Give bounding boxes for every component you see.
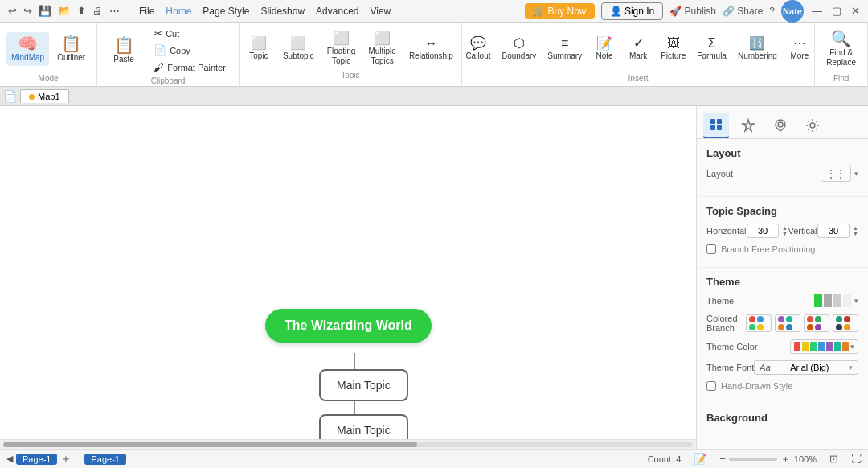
- sub-topic-1[interactable]: Main Topic: [319, 369, 408, 401]
- background-title: Background: [706, 412, 858, 424]
- redo-btn[interactable]: ↪: [22, 3, 34, 18]
- menu-view[interactable]: View: [365, 4, 395, 18]
- colored-branch-opt-3[interactable]: [804, 314, 829, 332]
- cdot: [844, 316, 850, 322]
- sign-in-button[interactable]: 👤 Sign In: [601, 2, 664, 20]
- menu-advanced[interactable]: Advanced: [311, 4, 363, 18]
- page-left-btn[interactable]: ◀: [6, 454, 13, 464]
- undo-btn[interactable]: ↩: [6, 3, 18, 18]
- format-painter-btn[interactable]: 🖌 Format Painter: [150, 60, 229, 75]
- colored-dots-4: [836, 316, 855, 330]
- fullscreen-btn[interactable]: ⛶: [851, 453, 862, 465]
- find-replace-btn[interactable]: 🔍 Find & Replace: [821, 27, 861, 71]
- theme-font-selector[interactable]: Aa Arial (Big) ▾: [754, 360, 858, 375]
- paste-btn[interactable]: 📋 Paste: [104, 34, 144, 68]
- subtopic-btn[interactable]: ⬜ Subtopic: [278, 29, 319, 69]
- scrollbar-thumb[interactable]: [3, 442, 417, 447]
- print-btn[interactable]: 🖨: [91, 3, 104, 18]
- open-btn[interactable]: 📂: [56, 3, 72, 18]
- window-close[interactable]: ✕: [850, 3, 862, 18]
- find-group-label: Find: [833, 72, 849, 83]
- vertical-input[interactable]: [817, 224, 850, 238]
- callout-btn[interactable]: 💬 Callout: [461, 34, 495, 64]
- boundary-btn[interactable]: ⬡ Boundary: [497, 34, 542, 64]
- cut-icon: ✂: [154, 27, 162, 39]
- topic-btn[interactable]: ⬜ Topic: [243, 29, 275, 69]
- avatar[interactable]: Nate: [781, 0, 804, 23]
- fit-page-btn[interactable]: ⊡: [829, 453, 838, 465]
- cdot: [786, 316, 792, 322]
- panel-tab-magic[interactable]: [735, 113, 761, 138]
- window-minimize[interactable]: —: [810, 3, 824, 18]
- theme-color-selector[interactable]: ▾: [790, 339, 858, 354]
- spell-check-icon[interactable]: 📝: [694, 453, 706, 465]
- page-icon: 📄: [3, 90, 17, 103]
- theme-dropdown-arrow[interactable]: ▾: [854, 297, 858, 305]
- horizontal-input[interactable]: [747, 224, 779, 238]
- panel-tab-location[interactable]: [768, 113, 793, 138]
- more-btn[interactable]: ⋯: [108, 3, 121, 18]
- outliner-btn[interactable]: 📋 Outliner: [52, 32, 90, 66]
- horizontal-spinner[interactable]: ▲▼: [782, 225, 788, 236]
- panel-tab-layout[interactable]: [703, 113, 729, 138]
- scrollbar-track[interactable]: [3, 442, 693, 447]
- cut-btn[interactable]: ✂ Cut: [150, 26, 182, 41]
- zoom-in-btn[interactable]: ＋: [780, 452, 791, 466]
- colored-branch-opt-4[interactable]: [833, 314, 858, 332]
- zoom-out-btn[interactable]: −: [719, 453, 726, 465]
- mindmap-btn[interactable]: 🧠 MindMap: [6, 32, 49, 66]
- buy-now-button[interactable]: 🛒 Buy Now: [525, 3, 594, 19]
- menu-page-style[interactable]: Page Style: [198, 4, 254, 18]
- publish-button[interactable]: 🚀 Publish: [669, 6, 716, 17]
- panel-tab-settings[interactable]: [800, 113, 825, 138]
- cdot: [844, 324, 850, 330]
- h-scrollbar[interactable]: [0, 439, 696, 449]
- svg-point-8: [778, 122, 783, 127]
- theme-font-dropdown-arrow[interactable]: ▾: [849, 363, 853, 372]
- canvas[interactable]: The Wizarding World Main Topic Main Topi…: [0, 106, 696, 449]
- help-button[interactable]: ?: [769, 6, 775, 17]
- branch-free-checkbox[interactable]: [706, 244, 716, 254]
- picture-btn[interactable]: 🖼 Picture: [656, 34, 690, 64]
- theme-bar-3: [833, 294, 841, 307]
- tab-map1[interactable]: Map1: [20, 89, 69, 103]
- colored-branch-opt-1[interactable]: [746, 314, 772, 332]
- multiple-topics-btn[interactable]: ⬜ Multiple Topics: [363, 29, 400, 69]
- menu-slideshow[interactable]: Slideshow: [256, 4, 309, 18]
- layout-style-btn[interactable]: ⋮⋮: [821, 166, 851, 182]
- page-tab-1[interactable]: Page-1: [16, 454, 57, 465]
- current-page-tab[interactable]: Page-1: [84, 454, 125, 465]
- add-page-btn[interactable]: ＋: [60, 452, 72, 466]
- layout-section: Layout Layout ⋮⋮ ▾: [697, 139, 868, 197]
- floating-topic-btn[interactable]: ⬜ Floating Topic: [322, 29, 361, 69]
- multiple-topics-icon: ⬜: [375, 32, 391, 45]
- cdot: [815, 324, 821, 330]
- zoom-slider[interactable]: [729, 458, 777, 461]
- menu-home[interactable]: Home: [161, 4, 196, 18]
- numbering-btn[interactable]: 🔢 Numbering: [733, 34, 782, 64]
- formula-btn[interactable]: Σ Formula: [692, 34, 731, 64]
- mark-btn[interactable]: ✓ Mark: [622, 34, 654, 64]
- colored-branch-opt-2[interactable]: [775, 314, 800, 332]
- menu-file[interactable]: File: [134, 4, 159, 18]
- hand-drawn-checkbox[interactable]: [706, 381, 716, 391]
- share-button[interactable]: 🔗 Share: [723, 6, 763, 17]
- relationship-btn[interactable]: ↔ Relationship: [404, 29, 458, 69]
- vertical-spinner[interactable]: ▲▼: [853, 225, 858, 236]
- more-insert-btn[interactable]: ⋯ More: [784, 34, 816, 64]
- copy-btn[interactable]: 📄 Copy: [150, 43, 194, 58]
- layout-section-title: Layout: [706, 147, 858, 159]
- export-btn[interactable]: ⬆: [76, 3, 88, 18]
- summary-btn[interactable]: ≡ Summary: [542, 34, 587, 64]
- theme-selector[interactable]: ▾: [814, 294, 858, 307]
- theme-color-dropdown-arrow[interactable]: ▾: [850, 343, 854, 351]
- central-topic[interactable]: The Wizarding World: [265, 309, 432, 343]
- count-label: Count: 4: [648, 454, 682, 464]
- note-btn[interactable]: 📝 Note: [588, 34, 620, 64]
- cdot: [778, 316, 784, 322]
- save-btn[interactable]: 💾: [37, 3, 53, 18]
- panel-tabs: [697, 106, 868, 139]
- status-bar: ◀ Page-1 ＋ Page-1 Count: 4 📝 − ＋ 100% ⊡ …: [0, 449, 868, 468]
- layout-dropdown-arrow[interactable]: ▾: [854, 170, 858, 178]
- window-maximize[interactable]: ▢: [830, 3, 843, 18]
